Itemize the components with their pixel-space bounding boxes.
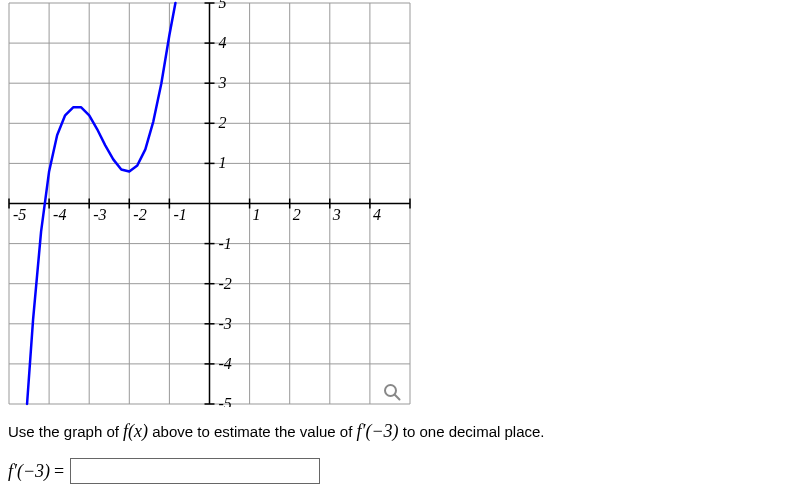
answer-row: f′(−3) = (8, 458, 803, 484)
svg-line-65 (395, 395, 400, 400)
svg-text:3: 3 (332, 206, 341, 223)
svg-text:3: 3 (218, 74, 227, 91)
svg-text:-3: -3 (93, 206, 106, 223)
question-text: Use the graph of f(x) above to estimate … (8, 421, 803, 442)
svg-text:4: 4 (219, 34, 227, 51)
svg-text:-5: -5 (13, 206, 26, 223)
svg-text:-1: -1 (173, 206, 186, 223)
question-fx: f(x) (123, 421, 148, 441)
svg-text:-4: -4 (219, 355, 232, 372)
svg-text:-1: -1 (219, 235, 232, 252)
svg-text:4: 4 (373, 206, 381, 223)
question-middle: above to estimate the value of (152, 423, 356, 440)
svg-text:1: 1 (219, 154, 227, 171)
answer-label: f′(−3) (8, 461, 50, 482)
svg-text:-4: -4 (53, 206, 66, 223)
question-fprime: f′(−3) (357, 421, 399, 441)
svg-text:2: 2 (219, 114, 227, 131)
answer-input[interactable] (70, 458, 320, 484)
svg-text:-2: -2 (133, 206, 146, 223)
svg-text:5: 5 (219, 0, 227, 11)
function-plot: -5-4-3-2-112345-5-4-3-2-112345 (6, 0, 413, 407)
equals-sign: = (54, 461, 64, 482)
question-prefix: Use the graph of (8, 423, 123, 440)
question-suffix: to one decimal place. (403, 423, 545, 440)
svg-text:-3: -3 (219, 315, 232, 332)
chart-area: -5-4-3-2-112345-5-4-3-2-112345 (6, 0, 413, 407)
svg-text:1: 1 (253, 206, 261, 223)
svg-text:-5: -5 (219, 395, 232, 407)
svg-text:2: 2 (293, 206, 301, 223)
magnify-icon[interactable] (383, 383, 401, 401)
svg-text:-2: -2 (219, 275, 232, 292)
